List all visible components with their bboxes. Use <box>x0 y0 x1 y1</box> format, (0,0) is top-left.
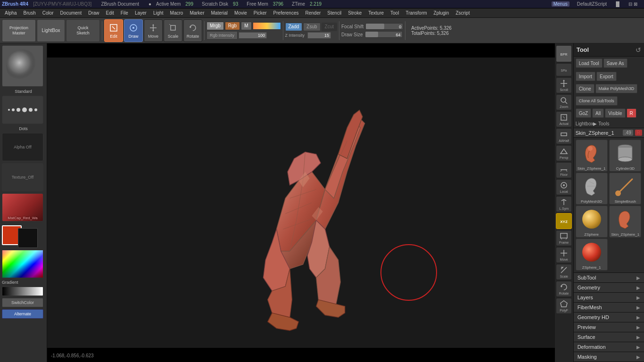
tool-thumb-skin2[interactable]: Skin_ZSphere_1 <box>609 206 641 238</box>
focal-shift-slider[interactable]: 0 <box>365 23 403 30</box>
menu-item-zscript[interactable]: Zscript <box>453 9 472 16</box>
menu-item-document[interactable]: Document <box>58 9 85 16</box>
load-tool-btn[interactable]: Load Tool <box>576 58 603 68</box>
menu-item-stencil[interactable]: Stencil <box>324 9 344 16</box>
tc-rotate-btn[interactable]: Rotate <box>556 281 572 297</box>
menu-item-stroke[interactable]: Stroke <box>345 9 364 16</box>
save-as-btn[interactable]: Save As <box>603 58 627 68</box>
menu-item-transform[interactable]: Transform <box>403 9 429 16</box>
tool-thumb-polymesh[interactable]: PolyMesh3D <box>576 173 608 205</box>
switch-color-btn[interactable]: SwitchColor <box>2 298 43 307</box>
alternate-btn[interactable]: Alternate <box>2 309 43 319</box>
tool-thumb-simplebrush[interactable]: SimpleBrush <box>609 173 641 205</box>
background-color[interactable] <box>18 228 38 248</box>
section-layers[interactable]: Layers ▶ <box>574 293 644 303</box>
menu-item-marker[interactable]: Marker <box>187 9 207 16</box>
frame-btn[interactable]: Frame <box>556 230 572 246</box>
m-btn[interactable]: M <box>241 22 251 30</box>
all-btn[interactable]: All <box>592 108 604 118</box>
move-btn[interactable]: Move <box>144 19 163 42</box>
lightbox-tools-label[interactable]: Lightbox▶ Tools <box>574 120 644 128</box>
aahalf-btn[interactable]: AAHalf <box>556 128 572 144</box>
actual-btn[interactable]: Actual <box>556 111 572 127</box>
lsym-btn[interactable]: L.Sym <box>556 196 572 212</box>
edit-btn[interactable]: Edit <box>104 19 123 42</box>
zadd-btn[interactable]: Zadd <box>285 23 303 31</box>
brush-preview[interactable] <box>2 45 43 87</box>
rgb-intensity-val[interactable]: 100 <box>239 32 267 39</box>
visible-btn[interactable]: Visible <box>605 108 625 118</box>
draw-size-slider[interactable]: 64 <box>365 31 403 38</box>
quick-sketch-btn[interactable]: QuickSketch <box>66 19 100 42</box>
viewport[interactable]: -1.068,-0.856,-0.623 <box>47 43 555 362</box>
section-fibermesh[interactable]: FiberMesh ▶ <box>574 303 644 313</box>
section-masking[interactable]: Masking ▶ <box>574 352 644 362</box>
menu-item-light[interactable]: Light <box>150 9 166 16</box>
local-btn[interactable]: Local <box>556 179 572 195</box>
stroke-preview[interactable] <box>2 96 43 124</box>
menu-item-zplugin[interactable]: Zplugin <box>431 9 452 16</box>
floor-btn[interactable]: Floor <box>556 162 572 178</box>
menu-item-texture[interactable]: Texture <box>365 9 387 16</box>
section-preview[interactable]: Preview ▶ <box>574 322 644 332</box>
polyf-btn[interactable]: PolyF <box>556 298 572 314</box>
menu-item-preferences[interactable]: Preferences <box>271 9 302 16</box>
texture-preview[interactable]: Texture_Off <box>2 163 43 191</box>
menu-item-picker[interactable]: Picker <box>251 9 270 16</box>
refresh-btn[interactable]: ↺ <box>636 46 641 54</box>
menu-item-edit[interactable]: Edit <box>103 9 117 16</box>
section-subtool[interactable]: SubTool ▶ <box>574 273 644 283</box>
zsub-btn[interactable]: Zsub <box>303 23 320 31</box>
menus-btn[interactable]: Menus <box>552 1 570 7</box>
tool-thumb-cylinder[interactable]: Cylinder3D <box>609 140 641 172</box>
scale-btn[interactable]: Scale <box>164 19 182 42</box>
make-polymesh-btn[interactable]: Make PolyMesh3D <box>595 84 638 93</box>
tool-thumb-zsphere-red[interactable]: ZSphere_1 <box>576 239 608 271</box>
section-geometry[interactable]: Geometry ▶ <box>574 283 644 293</box>
clone-subtools-btn[interactable]: Clone All SubTools <box>576 96 618 106</box>
spix-btn[interactable]: SPix <box>556 63 572 76</box>
default-script[interactable]: DefaultZScript <box>577 1 607 7</box>
clone-btn[interactable]: Clone <box>576 84 594 93</box>
z-intensity-val[interactable]: 15 <box>307 32 331 39</box>
tool-thumb-zsphere-gold[interactable]: ZSphere <box>576 206 608 238</box>
r-btn[interactable]: R <box>627 108 636 118</box>
zcut-btn[interactable]: Zcut <box>322 23 337 31</box>
menu-item-layer[interactable]: Layer <box>132 9 149 16</box>
material-preview[interactable]: MatCap_Red_Wa <box>2 193 43 222</box>
goz-btn[interactable]: GoZ <box>576 108 591 118</box>
projection-master-btn[interactable]: ProjectionMaster <box>2 19 36 42</box>
color-gradient-area[interactable] <box>2 250 45 278</box>
rotate-btn[interactable]: Rotate <box>183 19 202 42</box>
menu-item-brush[interactable]: Brush <box>21 9 39 16</box>
scroll-btn[interactable]: Scroll <box>556 77 572 93</box>
menu-item-material[interactable]: Material <box>208 9 231 16</box>
menu-item-tool[interactable]: Tool <box>388 9 402 16</box>
rgb-btn[interactable]: Rgb <box>225 22 240 30</box>
menu-item-movie[interactable]: Movie <box>231 9 250 16</box>
section-deformation[interactable]: Deformation ▶ <box>574 342 644 352</box>
menu-item-macro[interactable]: Macro <box>167 9 186 16</box>
draw-btn[interactable]: Draw <box>124 19 143 42</box>
menu-item-draw[interactable]: Draw <box>85 9 102 16</box>
current-tool-r-btn[interactable]: R <box>635 130 642 136</box>
menu-item-file[interactable]: File <box>118 9 131 16</box>
minimize-btn[interactable]: ▐▌ <box>614 1 621 7</box>
import-btn[interactable]: Import <box>576 72 595 81</box>
menu-item-alpha[interactable]: Alpha <box>2 9 20 16</box>
tc-scale-btn[interactable]: Scale <box>556 264 572 280</box>
gradient-bar[interactable] <box>2 287 43 296</box>
tc-move-btn[interactable]: Move <box>556 247 572 263</box>
section-surface[interactable]: Surface ▶ <box>574 332 644 342</box>
section-geometry-hd[interactable]: Geometry HD ▶ <box>574 313 644 322</box>
window-controls[interactable]: ⊟ ⊠ <box>628 1 637 7</box>
persp-btn[interactable]: Persp <box>556 145 572 161</box>
tool-thumb-skin-zsphere[interactable]: Skin_ZSphere_1 <box>576 140 608 172</box>
lightbox-btn[interactable]: LightBox <box>37 19 65 42</box>
mrgb-btn[interactable]: Mrgb <box>206 22 224 30</box>
menu-item-color[interactable]: Color <box>40 9 57 16</box>
menu-item-render[interactable]: Render <box>303 9 324 16</box>
bpr-btn[interactable]: BPR <box>556 45 572 62</box>
alpha-preview[interactable]: Alpha Off <box>2 133 43 161</box>
export-btn[interactable]: Export <box>596 72 617 81</box>
